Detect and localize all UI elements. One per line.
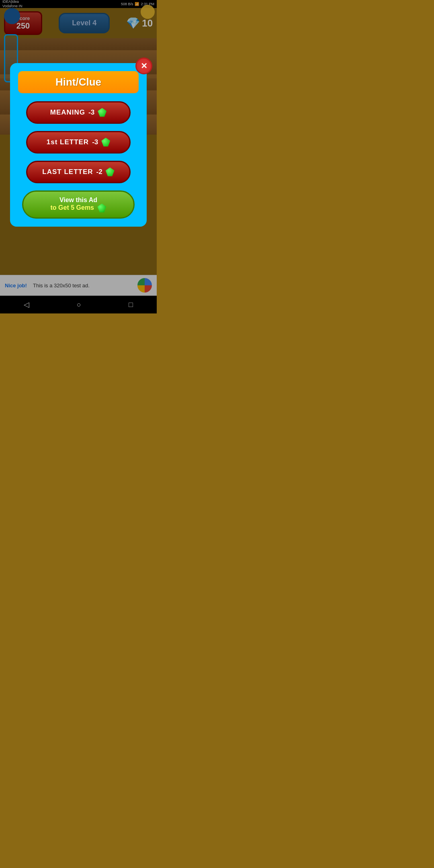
- last-letter-hint-label: LAST LETTER: [42, 168, 93, 176]
- ad-button-highlight: Get 5 Gems: [58, 204, 94, 211]
- first-letter-hint-label: 1st LETTER: [47, 138, 89, 146]
- meaning-gem-icon: [98, 108, 106, 117]
- modal-overlay: ✕ Hint/Clue MEANING -3 1st LETTER -3 LAS…: [0, 0, 157, 313]
- modal-title: Hint/Clue: [55, 76, 101, 88]
- hint-modal: ✕ Hint/Clue MEANING -3 1st LETTER -3 LAS…: [10, 63, 147, 227]
- last-letter-hint-cost: -2: [96, 168, 102, 176]
- meaning-hint-button[interactable]: MEANING -3: [26, 101, 131, 124]
- last-letter-hint-button[interactable]: LAST LETTER -2: [26, 161, 131, 183]
- view-ad-button[interactable]: View this Ad to Get 5 Gems: [22, 190, 135, 219]
- first-letter-hint-cost: -3: [92, 138, 98, 146]
- ad-gem-icon: [97, 204, 106, 213]
- meaning-hint-cost: -3: [88, 108, 94, 117]
- ad-button-line1: View this Ad: [59, 197, 97, 204]
- meaning-hint-label: MEANING: [50, 108, 85, 117]
- last-letter-gem-icon: [106, 168, 115, 176]
- close-button[interactable]: ✕: [135, 57, 152, 74]
- first-letter-hint-button[interactable]: 1st LETTER -3: [26, 131, 131, 154]
- close-icon: ✕: [141, 62, 147, 70]
- modal-title-bar: Hint/Clue: [18, 71, 139, 93]
- ad-button-line2: to Get 5 Gems: [51, 204, 106, 213]
- first-letter-gem-icon: [101, 138, 110, 147]
